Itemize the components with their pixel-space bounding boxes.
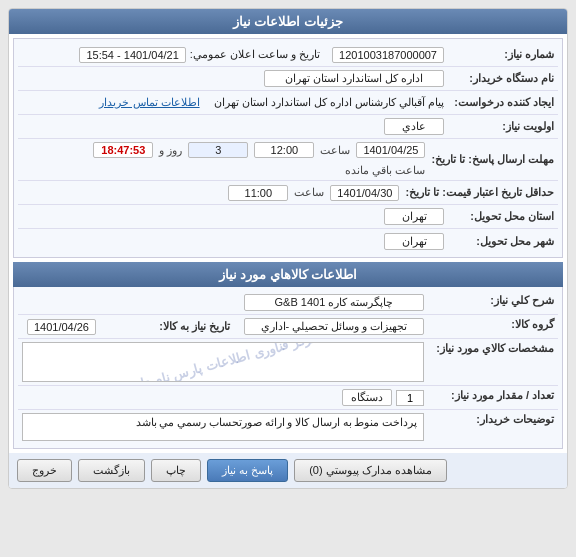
- goods-section-title: اطلاعات کالاهاي مورد نياز: [219, 267, 358, 282]
- label-deadline: مهلت ارسال پاسخ: تا تاريخ:: [425, 153, 554, 166]
- goods-desc-value: پرداخت منوط به ارسال کالا و ارائه صورتحس…: [22, 413, 424, 441]
- value-province: تهران: [22, 208, 444, 225]
- days-label: روز و: [159, 144, 182, 157]
- goods-date-box: 1401/04/26: [27, 319, 96, 335]
- value-deadline: 1401/04/25 ساعت 12:00 3 روز و 18:47:53 س…: [22, 142, 425, 177]
- value-priority: عادي: [22, 118, 444, 135]
- goods-date-label: تاريخ نياز به کالا:: [100, 320, 230, 333]
- value-city: تهران: [22, 233, 444, 250]
- info-row-buyer: نام دستگاه خريدار: اداره کل استاندارد اس…: [18, 67, 558, 91]
- validity-date-box: 1401/04/30: [330, 185, 399, 201]
- goods-count-value: دستگاه: [22, 389, 424, 406]
- info-row-deadline: مهلت ارسال پاسخ: تا تاريخ: 1401/04/25 سا…: [18, 139, 558, 181]
- footer-section: مشاهده مدارک پيوستي (0) پاسخ به نياز چاپ…: [9, 453, 567, 488]
- value-buyer: اداره کل استاندارد استان تهران: [22, 70, 444, 87]
- goods-type-value: چاپگرسته کاره 1401 G&B: [22, 294, 424, 311]
- goods-row-category: گروه کالا: تجهيزات و وسائل تحصيلي -اداري…: [18, 315, 558, 339]
- info-section: شماره نياز: 1201003187000007 تاريخ و ساع…: [13, 38, 563, 258]
- count-input[interactable]: [396, 390, 424, 406]
- goods-row-specs: مشخصات کالاي مورد نياز: مرکز فناوری اطلا…: [18, 339, 558, 386]
- unit-box: دستگاه: [342, 389, 392, 406]
- remaining-label: ساعت باقي مانده: [345, 164, 425, 177]
- info-row-priority: اولويت نياز: عادي: [18, 115, 558, 139]
- reply-button[interactable]: پاسخ به نياز: [207, 459, 288, 482]
- goods-category-label: گروه کالا:: [424, 318, 554, 331]
- main-container: جزئيات اطلاعات نياز شماره نياز: 12010031…: [8, 8, 568, 489]
- watermark-text: مرکز فناوری اطلاعات پارس نام داده: [126, 342, 319, 382]
- deadline-time-label: ساعت: [320, 144, 350, 157]
- goods-count-label: تعداد / مقدار مورد نياز:: [424, 389, 554, 402]
- goods-desc-label: توضيحات خريدار:: [424, 413, 554, 426]
- goods-row-count: تعداد / مقدار مورد نياز: دستگاه: [18, 386, 558, 410]
- goods-specs-value: مرکز فناوری اطلاعات پارس نام داده: [22, 342, 424, 382]
- view-docs-button[interactable]: مشاهده مدارک پيوستي (0): [294, 459, 447, 482]
- goods-type-box: چاپگرسته کاره 1401 G&B: [244, 294, 424, 311]
- serial-number-box: 1201003187000007: [332, 47, 444, 63]
- button-row-main: مشاهده مدارک پيوستي (0) پاسخ به نياز چاپ…: [17, 459, 559, 482]
- back-button[interactable]: بازگشت: [78, 459, 145, 482]
- validity-time-label: ساعت: [294, 186, 324, 199]
- desc-box: پرداخت منوط به ارسال کالا و ارائه صورتحس…: [22, 413, 424, 441]
- info-row-validity: حداقل تاريخ اعتبار قيمت: تا تاريخ: 1401/…: [18, 181, 558, 205]
- validity-time-box: 11:00: [228, 185, 288, 201]
- goods-row-desc: توضيحات خريدار: پرداخت منوط به ارسال کال…: [18, 410, 558, 444]
- goods-category-box: تجهيزات و وسائل تحصيلي -اداري: [244, 318, 424, 335]
- info-row-province: استان محل تحويل: تهران: [18, 205, 558, 229]
- main-section-header: جزئيات اطلاعات نياز: [9, 9, 567, 34]
- goods-type-label: شرح کلي نياز:: [424, 294, 554, 307]
- exit-button[interactable]: خروج: [17, 459, 72, 482]
- priority-box: عادي: [384, 118, 444, 135]
- remaining-time-box: 18:47:53: [93, 142, 153, 158]
- label-creator: ايجاد کننده درخواست:: [444, 96, 554, 109]
- label-validity: حداقل تاريخ اعتبار قيمت: تا تاريخ:: [399, 186, 554, 199]
- city-box: تهران: [384, 233, 444, 250]
- goods-section: شرح کلي نياز: چاپگرسته کاره 1401 G&B گرو…: [13, 287, 563, 449]
- info-row-number: شماره نياز: 1201003187000007 تاريخ و ساع…: [18, 43, 558, 67]
- value-number: 1201003187000007 تاريخ و ساعت اعلان عموم…: [22, 47, 444, 63]
- contact-link[interactable]: اطلاعات تماس خريدار: [99, 96, 199, 109]
- label-number: شماره نياز:: [444, 48, 554, 61]
- goods-row-type: شرح کلي نياز: چاپگرسته کاره 1401 G&B: [18, 291, 558, 315]
- buyer-name-box: اداره کل استاندارد استان تهران: [264, 70, 444, 87]
- province-box: تهران: [384, 208, 444, 225]
- announce-label: تاريخ و ساعت اعلان عمومي:: [190, 48, 320, 61]
- label-province: استان محل تحويل:: [444, 210, 554, 223]
- value-validity: 1401/04/30 ساعت 11:00: [22, 185, 399, 201]
- goods-category-value: تجهيزات و وسائل تحصيلي -اداري تاريخ نياز…: [22, 318, 424, 335]
- days-count-box: 3: [188, 142, 248, 158]
- print-button[interactable]: چاپ: [151, 459, 201, 482]
- info-row-city: شهر محل تحويل: تهران: [18, 229, 558, 253]
- announce-date-box: 1401/04/21 - 15:54: [79, 47, 185, 63]
- info-row-creator: ايجاد کننده درخواست: پيام آقبالي کارشناس…: [18, 91, 558, 115]
- label-buyer: نام دستگاه خريدار:: [444, 72, 554, 85]
- label-city: شهر محل تحويل:: [444, 235, 554, 248]
- value-creator: پيام آقبالي کارشناس اداره کل استاندارد ا…: [22, 96, 444, 109]
- specs-watermark-area: مرکز فناوری اطلاعات پارس نام داده: [22, 342, 424, 382]
- goods-specs-label: مشخصات کالاي مورد نياز:: [424, 342, 554, 355]
- goods-section-header: اطلاعات کالاهاي مورد نياز: [13, 262, 563, 287]
- deadline-time-box: 12:00: [254, 142, 314, 158]
- main-section-title: جزئيات اطلاعات نياز: [233, 14, 343, 29]
- label-priority: اولويت نياز:: [444, 120, 554, 133]
- deadline-date-box: 1401/04/25: [356, 142, 425, 158]
- creator-name: پيام آقبالي کارشناس اداره کل استاندارد ا…: [214, 96, 444, 109]
